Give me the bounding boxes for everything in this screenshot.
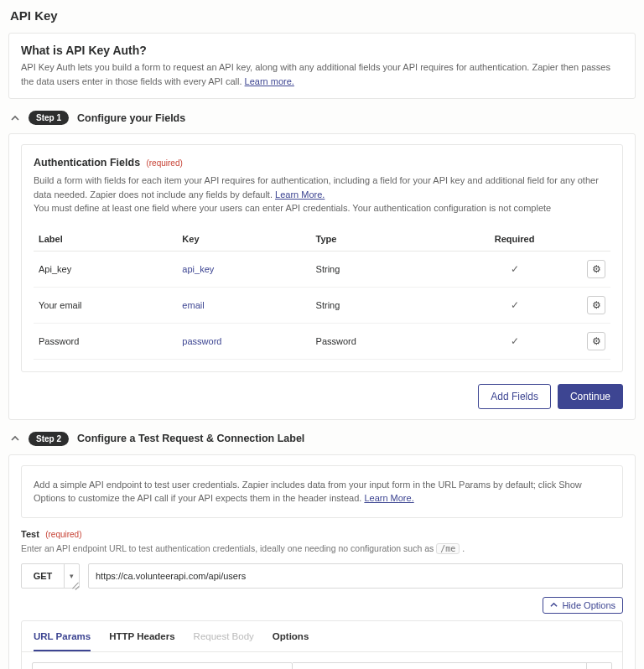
table-row: Your email email String ✓ ⚙ xyxy=(34,287,610,323)
param-delete-button[interactable]: ✕ xyxy=(587,662,612,670)
check-icon: ✓ xyxy=(511,299,519,311)
chevron-up-icon xyxy=(550,600,558,610)
auth-fields-help2: You must define at least one field where… xyxy=(34,201,610,215)
row-settings-button[interactable]: ⚙ xyxy=(587,332,605,350)
field-key: api_key xyxy=(177,251,310,287)
step1-card: Authentication Fields (required) Build a… xyxy=(8,133,636,420)
field-label: Api_key xyxy=(34,251,177,287)
hide-options-label: Hide Options xyxy=(562,600,615,610)
tab-request-body: Request Body xyxy=(194,631,254,651)
tab-body: Authorization Bearer [TOKEN] ✕ password … xyxy=(22,652,622,670)
step2-header[interactable]: Step 2 Configure a Test Request & Connec… xyxy=(10,432,634,446)
row-settings-button[interactable]: ⚙ xyxy=(587,296,605,314)
auth-fields-learn-more-link[interactable]: Learn More. xyxy=(275,189,325,200)
check-icon: ✓ xyxy=(511,335,519,347)
intro-body: API Key Auth lets you build a form to re… xyxy=(21,60,623,88)
field-label: Password xyxy=(34,323,177,359)
http-method-value: GET xyxy=(22,564,64,588)
field-type: Password xyxy=(311,323,448,359)
intro-learn-more-link[interactable]: Learn more. xyxy=(245,76,294,86)
test-label: Test xyxy=(21,529,39,539)
gear-icon: ⚙ xyxy=(592,263,601,275)
chevron-up-icon xyxy=(10,433,20,443)
add-fields-button[interactable]: Add Fields xyxy=(478,384,551,409)
col-type: Type xyxy=(311,227,448,252)
field-type: String xyxy=(311,287,448,323)
chevron-up-icon xyxy=(10,113,20,123)
gear-icon: ⚙ xyxy=(592,335,601,347)
step2-card: Add a simple API endpoint to test user c… xyxy=(8,454,636,670)
col-required: Required xyxy=(447,227,582,252)
step2-learn-more-link[interactable]: Learn More. xyxy=(364,493,413,503)
tab-http-headers[interactable]: HTTP Headers xyxy=(109,631,174,651)
url-input[interactable]: https://ca.volunteerapi.com/api/users xyxy=(88,563,623,589)
test-help: Enter an API endpoint URL to test authen… xyxy=(21,542,623,555)
http-method-select[interactable]: GET ▾ xyxy=(21,563,80,589)
intro-heading: What is API Key Auth? xyxy=(21,44,623,57)
auth-fields-heading: Authentication Fields xyxy=(34,157,140,169)
fields-table: Label Key Type Required Api_key api_key … xyxy=(34,227,610,360)
tab-url-params[interactable]: URL Params xyxy=(34,631,91,651)
tab-options[interactable]: Options xyxy=(273,631,309,651)
gear-icon: ⚙ xyxy=(592,299,601,311)
table-row: Api_key api_key String ✓ ⚙ xyxy=(34,251,610,287)
table-row: Password password Password ✓ ⚙ xyxy=(34,323,610,359)
step2-help-card: Add a simple API endpoint to test user c… xyxy=(21,465,623,518)
test-help-code: /me xyxy=(436,543,460,554)
tabs: URL Params HTTP Headers Request Body Opt… xyxy=(22,621,622,652)
param-row: Authorization Bearer [TOKEN] ✕ xyxy=(32,662,612,670)
step1-title: Configure your Fields xyxy=(77,112,185,124)
auth-fields-card: Authentication Fields (required) Build a… xyxy=(21,144,623,372)
step2-pill: Step 2 xyxy=(29,432,69,446)
hide-options-button[interactable]: Hide Options xyxy=(543,597,623,614)
test-required: (required) xyxy=(45,530,81,539)
step1-header[interactable]: Step 1 Configure your Fields xyxy=(10,111,634,125)
field-key: email xyxy=(177,287,310,323)
step2-title: Configure a Test Request & Connection La… xyxy=(77,433,304,444)
field-key: password xyxy=(177,323,310,359)
param-value-input[interactable]: Bearer [TOKEN] xyxy=(293,662,587,670)
intro-card: What is API Key Auth? API Key Auth lets … xyxy=(8,33,636,99)
resize-handle-icon[interactable] xyxy=(71,580,80,589)
field-label: Your email xyxy=(34,287,177,323)
row-settings-button[interactable]: ⚙ xyxy=(587,260,605,278)
page-title: API Key xyxy=(10,8,636,23)
auth-fields-help1: Build a form with fields for each item y… xyxy=(34,174,610,201)
step1-pill: Step 1 xyxy=(29,111,69,125)
auth-fields-required: (required) xyxy=(146,158,182,168)
field-type: String xyxy=(311,251,448,287)
step2-help: Add a simple API endpoint to test user c… xyxy=(34,478,610,506)
col-key: Key xyxy=(177,227,310,252)
request-options-card: URL Params HTTP Headers Request Body Opt… xyxy=(21,620,623,670)
param-key-input[interactable]: Authorization xyxy=(32,662,293,670)
col-label: Label xyxy=(34,227,177,252)
continue-button[interactable]: Continue xyxy=(558,384,623,409)
check-icon: ✓ xyxy=(511,263,519,275)
